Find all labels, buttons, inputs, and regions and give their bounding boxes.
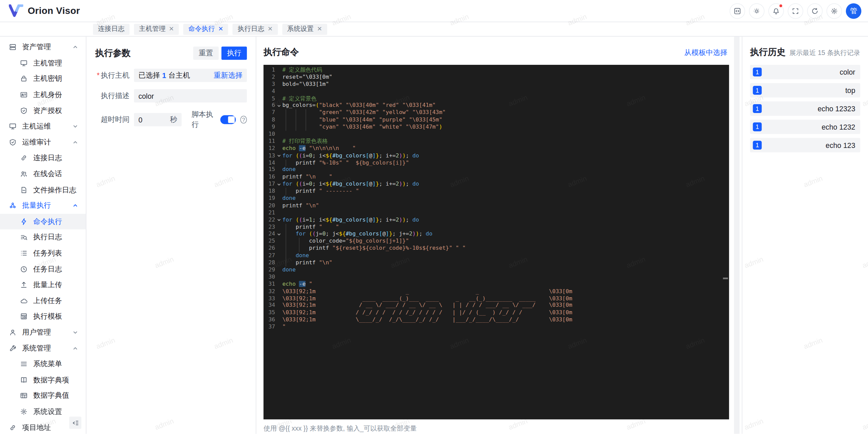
code-text [282,131,729,138]
tab-bar: 连接日志主机管理✕命令执行✕执行日志✕系统设置✕ [0,22,868,36]
editor-overview-marker [723,278,728,279]
fold-spacer [275,224,282,231]
template-icon [20,313,28,320]
timeout-value: 0 [138,115,142,124]
sidebar-item-1[interactable]: 主机管理 [0,55,86,71]
sidebar-item-4[interactable]: 资产授权 [0,103,86,119]
sidebar-collapse-button[interactable] [69,417,81,429]
code-line: 13for ((i=0; i<${#bg_colors[@]}; i+=2));… [263,152,729,159]
sidebar-item-label: 系统设置 [33,407,62,416]
sidebar-item-9[interactable]: 文件操作日志 [0,182,86,198]
timeout-input[interactable]: 0 秒 [134,113,181,126]
sidebar-item-11[interactable]: 命令执行 [0,213,86,229]
host-field[interactable]: 已选择 1 台主机 重新选择 [134,69,247,82]
refresh-button[interactable] [807,3,823,19]
tab-item-0[interactable]: 连接日志 [93,23,130,35]
sidebar-item-21[interactable]: 数据字典项 [0,372,86,388]
fold-chevron-icon[interactable] [275,216,282,224]
fold-chevron-icon[interactable] [275,231,282,238]
fold-spacer [275,145,282,152]
sidebar-item-16[interactable]: 上传任务 [0,293,86,309]
tab-close-icon[interactable]: ✕ [169,25,174,33]
line-number: 24 [263,231,275,238]
settings-button[interactable] [827,3,842,19]
history-count-badge: 1 [753,122,762,131]
history-item-3[interactable]: 1echo 1232 [750,120,860,134]
notification-dot [779,4,783,7]
sidebar-item-6[interactable]: 运维审计 [0,134,86,150]
sidebar-item-17[interactable]: 执行模板 [0,309,86,325]
history-item-1[interactable]: 1top [750,83,860,97]
desc-input[interactable]: color [134,89,247,102]
indent-guide [285,224,286,231]
tab-close-icon[interactable]: ✕ [218,25,223,33]
sidebar-item-20[interactable]: 系统菜单 [0,356,86,372]
exec-command-panel: 执行命令 从模板中选择 1# 定义颜色代码2reset="\033[0m"3bo… [256,37,742,434]
code-line: 28 printf "\n" [263,259,729,266]
run-button[interactable]: 执行 [221,46,247,60]
history-item-4[interactable]: 1echo 123 [750,138,860,152]
reselect-link[interactable]: 重新选择 [214,70,242,80]
clock-icon [20,265,28,273]
tab-item-4[interactable]: 系统设置✕ [282,23,327,35]
sidebar-item-18[interactable]: 用户管理 [0,324,86,340]
tab-close-icon[interactable]: ✕ [268,25,273,33]
fold-spacer [275,309,282,316]
reset-button[interactable]: 重置 [193,46,219,60]
sidebar-item-7[interactable]: 连接日志 [0,150,86,166]
sidebar-item-13[interactable]: 任务列表 [0,245,86,261]
help-icon[interactable]: ? [240,116,247,124]
chevron-up-icon [73,203,78,208]
indent-guide [285,245,286,252]
tab-close-icon[interactable]: ✕ [317,25,322,33]
notifications-icon [772,7,780,15]
sidebar-item-8[interactable]: 在线会话 [0,166,86,182]
sidebar-item-5[interactable]: 主机运维 [0,118,86,134]
code-text: color_code="${bg_colors[j+1]}" [282,238,729,245]
idcard-icon [20,91,28,99]
line-number: 6 [263,102,275,109]
code-window-button[interactable] [730,3,745,19]
code-text: printf " -------- " [282,188,729,195]
sidebar-item-label: 主机密钥 [33,74,62,84]
user-avatar[interactable]: 管 [846,3,862,19]
fullscreen-button[interactable] [788,3,803,19]
sidebar-item-12[interactable]: 执行日志 [0,229,86,245]
notifications-button[interactable] [768,3,784,19]
sidebar-item-3[interactable]: 主机身份 [0,87,86,103]
fold-spacer [275,138,282,145]
sidebar-item-0[interactable]: 资产管理 [0,39,86,55]
fold-chevron-icon[interactable] [275,181,282,188]
tab-item-1[interactable]: 主机管理✕ [134,23,179,35]
code-line: 2reset="\033[0m" [263,74,729,81]
code-window-icon [733,7,741,15]
indent-guide [285,159,286,167]
script-exec-toggle[interactable] [220,115,236,124]
sidebar-item-10[interactable]: 批量执行 [0,198,86,214]
fold-spacer [275,131,282,138]
sidebar-item-15[interactable]: 批量上传 [0,277,86,293]
sidebar-item-2[interactable]: 主机密钥 [0,71,86,87]
history-item-0[interactable]: 1color [750,65,860,79]
line-number: 20 [263,202,275,209]
history-item-2[interactable]: 1echo 12323 [750,101,860,116]
theme-button[interactable] [749,3,765,19]
sidebar-item-label: 系统菜单 [33,359,62,369]
tab-item-2[interactable]: 命令执行✕ [183,23,229,35]
indent-guide [285,109,286,116]
code-editor[interactable]: 1# 定义颜色代码2reset="\033[0m"3bold="\033[1m"… [263,65,729,419]
line-number: 13 [263,152,275,159]
sidebar-item-label: 执行模板 [33,312,62,321]
tab-item-3[interactable]: 执行日志✕ [233,23,278,35]
fold-chevron-icon[interactable] [275,152,282,159]
code-text: "cyan" "\033[46m" "white" "\033[47m") [282,124,729,131]
line-number: 7 [263,109,275,116]
sidebar-item-14[interactable]: 任务日志 [0,261,86,277]
line-number: 30 [263,273,275,281]
select-from-template-link[interactable]: 从模板中选择 [684,48,727,57]
fold-chevron-icon[interactable] [275,102,282,109]
sidebar-item-19[interactable]: 系统管理 [0,340,86,356]
sidebar-item-22[interactable]: 数据字典值 [0,388,86,404]
scrollbar-track[interactable] [734,37,739,434]
code-text: done [282,266,729,273]
